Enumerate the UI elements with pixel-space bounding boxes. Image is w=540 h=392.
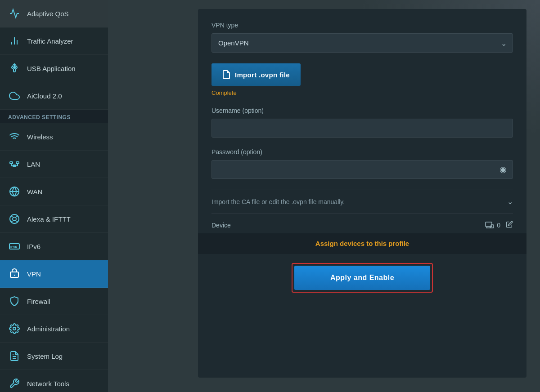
vpn-type-select[interactable]: OpenVPN PPTP L2TP (212, 33, 513, 53)
vpn-type-group: VPN type OpenVPN PPTP L2TP ⌄ (212, 22, 513, 53)
svg-point-12 (13, 217, 16, 221)
cloud-icon (8, 89, 21, 102)
assign-section: Assign devices to this profile (198, 233, 526, 254)
password-input[interactable] (212, 160, 513, 179)
device-section: Device 0 (212, 213, 513, 233)
advanced-settings-header: Advanced Settings (0, 110, 108, 123)
password-wrapper: ◉ (212, 160, 513, 179)
device-label: Device (212, 222, 231, 229)
sidebar-item-label: Network Tools (27, 380, 69, 388)
sidebar-item-lan[interactable]: LAN (0, 151, 108, 178)
sidebar-item-label: Wireless (27, 133, 53, 141)
sidebar-item-firewall[interactable]: Firewall (0, 288, 108, 315)
assign-link[interactable]: Assign devices to this profile (315, 240, 409, 247)
apply-enable-button[interactable]: Apply and Enable (294, 266, 430, 290)
svg-rect-4 (16, 162, 19, 164)
usb-icon (8, 62, 21, 75)
import-status: Complete (212, 89, 513, 96)
svg-line-17 (11, 221, 13, 222)
svg-point-1 (15, 67, 17, 68)
sidebar-item-label: Traffic Analyzer (27, 37, 73, 45)
svg-line-15 (16, 221, 18, 222)
sidebar-item-usb-application[interactable]: USB Application (0, 55, 108, 82)
qos-icon (8, 7, 21, 20)
log-icon (8, 350, 21, 362)
sidebar-item-administration[interactable]: Administration (0, 315, 108, 343)
sidebar: Adaptive QoS Traffic Analyzer USB Applic… (0, 0, 108, 392)
device-count: 0 (485, 222, 500, 229)
username-input[interactable] (212, 119, 513, 138)
password-label: Password (option) (212, 148, 513, 156)
admin-icon (8, 322, 21, 335)
alexa-icon (8, 213, 21, 225)
sidebar-item-system-log[interactable]: System Log (0, 343, 108, 370)
device-monitor-icon (485, 222, 494, 229)
ca-hint-text: Import the CA file or edit the .ovpn fil… (212, 198, 345, 205)
vpn-type-select-wrapper: OpenVPN PPTP L2TP ⌄ (212, 33, 513, 53)
sidebar-item-aicloud[interactable]: AiCloud 2.0 (0, 82, 108, 110)
sidebar-item-label: Alexa & IFTTT (27, 215, 71, 223)
username-group: Username (option) (212, 107, 513, 138)
sidebar-item-vpn[interactable]: VPN (0, 260, 108, 288)
vpn-icon (8, 267, 21, 280)
vpn-type-label: VPN type (212, 22, 513, 29)
firewall-icon (8, 295, 21, 307)
sidebar-item-label: Firewall (27, 298, 50, 305)
sidebar-item-traffic-analyzer[interactable]: Traffic Analyzer (0, 27, 108, 55)
import-group: Import .ovpn file Complete (212, 63, 513, 96)
apply-section: Apply and Enable (212, 254, 513, 297)
svg-line-16 (16, 216, 18, 217)
sidebar-item-wan[interactable]: WAN (0, 178, 108, 205)
device-right: 0 (485, 221, 513, 230)
traffic-icon (8, 35, 21, 47)
sidebar-item-ipv6[interactable]: IPv6 IPv6 (0, 233, 108, 260)
sidebar-item-label: LAN (27, 160, 40, 168)
apply-btn-highlight: Apply and Enable (292, 263, 433, 293)
import-ovpn-button[interactable]: Import .ovpn file (212, 63, 301, 86)
svg-text:IPv6: IPv6 (10, 245, 17, 249)
sidebar-item-adaptive-qos[interactable]: Adaptive QoS (0, 0, 108, 27)
sidebar-item-label: WAN (27, 188, 42, 196)
wan-icon (8, 185, 21, 198)
file-icon (222, 70, 230, 80)
ipv6-icon: IPv6 (8, 240, 21, 253)
svg-point-0 (12, 67, 14, 68)
lan-icon (8, 158, 21, 170)
device-edit-icon[interactable] (506, 221, 513, 230)
vpn-content-panel: VPN type OpenVPN PPTP L2TP ⌄ Import .ovp… (198, 9, 526, 378)
svg-line-14 (11, 216, 13, 217)
sidebar-item-label: Administration (27, 325, 70, 333)
username-label: Username (option) (212, 107, 513, 114)
sidebar-item-label: AiCloud 2.0 (27, 92, 62, 100)
svg-point-22 (13, 327, 16, 330)
svg-rect-3 (10, 162, 13, 164)
wireless-icon (8, 130, 21, 143)
sidebar-item-label: USB Application (27, 65, 76, 72)
main-content: VPN type OpenVPN PPTP L2TP ⌄ Import .ovp… (108, 0, 540, 392)
password-toggle-icon[interactable]: ◉ (500, 165, 507, 174)
sidebar-item-label: Adaptive QoS (27, 10, 69, 18)
sidebar-item-label: System Log (27, 352, 63, 360)
password-group: Password (option) ◉ (212, 148, 513, 179)
tools-icon (8, 377, 21, 390)
ca-expand-icon[interactable]: ⌄ (507, 197, 513, 206)
ca-section: Import the CA file or edit the .ovpn fil… (212, 190, 513, 213)
sidebar-item-wireless[interactable]: Wireless (0, 123, 108, 151)
sidebar-item-label: VPN (27, 270, 41, 278)
sidebar-item-network-tools[interactable]: Network Tools (0, 370, 108, 392)
sidebar-item-label: IPv6 (27, 243, 40, 250)
sidebar-item-alexa[interactable]: Alexa & IFTTT (0, 205, 108, 233)
